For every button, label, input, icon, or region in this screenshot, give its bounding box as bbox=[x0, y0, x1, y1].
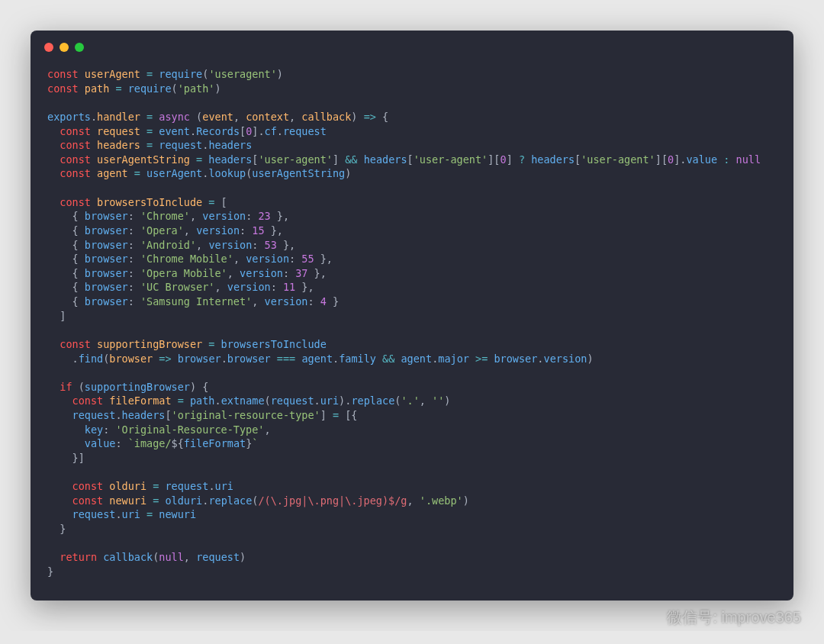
code-window: const userAgent = require('useragent') c… bbox=[31, 31, 793, 601]
watermark-text: 微信号: improve365 bbox=[667, 607, 801, 629]
code-content: const userAgent = require('useragent') c… bbox=[47, 67, 777, 579]
window-titlebar bbox=[31, 31, 793, 56]
close-icon[interactable] bbox=[44, 43, 53, 52]
maximize-icon[interactable] bbox=[75, 43, 84, 52]
minimize-icon[interactable] bbox=[60, 43, 69, 52]
code-area: const userAgent = require('useragent') c… bbox=[31, 56, 793, 601]
